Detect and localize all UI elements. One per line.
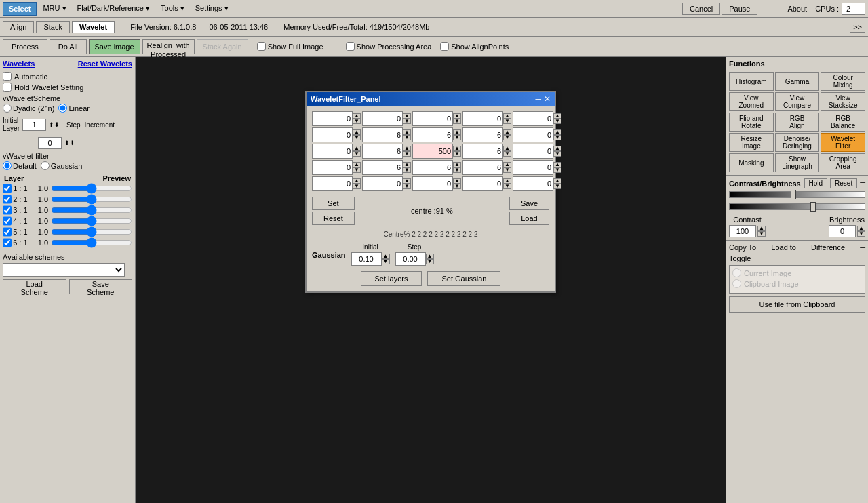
func-btn-show-linegraph[interactable]: Show Linegraph bbox=[775, 153, 820, 172]
cell-down-4-3[interactable]: ▼ bbox=[503, 184, 511, 189]
layer-3-check[interactable] bbox=[3, 205, 12, 215]
cell-down-4-2[interactable]: ▼ bbox=[453, 184, 461, 189]
cell-down-1-3[interactable]: ▼ bbox=[503, 135, 511, 140]
layer-4-slider[interactable] bbox=[51, 216, 132, 226]
filter-input-2-4[interactable] bbox=[513, 144, 553, 159]
filter-input-3-3[interactable] bbox=[462, 160, 503, 175]
show-align-points-check[interactable]: Show AlignPoints bbox=[440, 42, 509, 51]
step-down-arrow[interactable]: ▼ bbox=[426, 259, 434, 264]
cpus-input[interactable] bbox=[842, 3, 865, 15]
cancel-button[interactable]: Cancel bbox=[682, 3, 720, 15]
cell-down-0-0[interactable]: ▼ bbox=[353, 119, 361, 124]
linear-option[interactable]: Linear bbox=[58, 104, 90, 113]
cell-down-3-1[interactable]: ▼ bbox=[403, 167, 411, 173]
layer-6-check[interactable] bbox=[3, 238, 12, 247]
save-button[interactable]: Save bbox=[509, 197, 549, 210]
modal-close-button[interactable]: ✕ bbox=[544, 94, 551, 104]
set-layers-button[interactable]: Set layers bbox=[361, 271, 422, 286]
func-btn-resize-image[interactable]: Resize Image bbox=[729, 133, 774, 152]
step-input[interactable] bbox=[38, 137, 62, 149]
show-processing-area-check[interactable]: Show Processing Area bbox=[346, 42, 432, 51]
tools-menu[interactable]: Tools ▾ bbox=[156, 2, 189, 16]
cell-down-0-1[interactable]: ▼ bbox=[403, 119, 411, 124]
filter-input-2-0[interactable] bbox=[312, 144, 353, 159]
realign-button[interactable]: Realign_withProcessed bbox=[142, 39, 195, 54]
brightness-input[interactable] bbox=[829, 225, 856, 237]
about-button[interactable]: About bbox=[781, 3, 814, 14]
cell-down-2-0[interactable]: ▼ bbox=[353, 151, 361, 157]
func-btn-denoise--deringing[interactable]: Denoise/ Deringing bbox=[775, 133, 820, 152]
layer-1-check[interactable] bbox=[3, 184, 12, 193]
cell-down-4-1[interactable]: ▼ bbox=[403, 184, 411, 189]
cell-down-3-2[interactable]: ▼ bbox=[453, 167, 461, 173]
select-button[interactable]: Select bbox=[3, 2, 37, 16]
load-scheme-button[interactable]: LoadScheme bbox=[3, 279, 66, 294]
func-btn-wavelet-filter[interactable]: Wavelet Filter bbox=[821, 133, 865, 152]
set-gaussian-button[interactable]: Set Gaussian bbox=[427, 271, 500, 286]
contrast-down-arrow[interactable]: ▼ bbox=[757, 231, 766, 237]
cell-down-1-0[interactable]: ▼ bbox=[353, 135, 361, 140]
contrast-collapse[interactable]: ─ bbox=[860, 178, 865, 188]
contrast-reset-button[interactable]: Reset bbox=[830, 178, 857, 188]
dyadic-option[interactable]: Dyadic (2^n) bbox=[3, 104, 54, 113]
func-btn-flip-and-rotate[interactable]: Flip and Rotate bbox=[729, 113, 774, 132]
filter-input-1-4[interactable] bbox=[513, 127, 553, 142]
cell-down-4-4[interactable]: ▼ bbox=[553, 184, 561, 189]
filter-input-4-0[interactable] bbox=[312, 176, 353, 191]
filter-input-1-0[interactable] bbox=[312, 127, 353, 142]
automatic-check[interactable] bbox=[3, 72, 12, 81]
cell-down-3-3[interactable]: ▼ bbox=[503, 167, 511, 173]
load-button[interactable]: Load bbox=[509, 212, 549, 225]
cell-down-2-4[interactable]: ▼ bbox=[553, 151, 561, 157]
contrast-input[interactable] bbox=[729, 225, 756, 237]
filter-input-2-3[interactable] bbox=[462, 144, 503, 159]
flatdark-menu[interactable]: Flat/Dark/Reference ▾ bbox=[73, 2, 155, 16]
filter-input-0-0[interactable] bbox=[312, 111, 353, 126]
cell-down-2-1[interactable]: ▼ bbox=[403, 151, 411, 157]
use-clipboard-button[interactable]: Use file from Clipboard bbox=[729, 296, 865, 313]
do-all-button[interactable]: Do All bbox=[50, 39, 87, 54]
layer-2-slider[interactable] bbox=[51, 195, 132, 204]
cell-down-2-3[interactable]: ▼ bbox=[503, 151, 511, 157]
stack-tab[interactable]: Stack bbox=[36, 21, 70, 33]
default-option[interactable]: Default bbox=[3, 161, 37, 170]
filter-input-2-2[interactable] bbox=[412, 144, 453, 159]
layer-3-slider[interactable] bbox=[51, 205, 132, 215]
cell-down-1-2[interactable]: ▼ bbox=[453, 135, 461, 140]
filter-input-0-2[interactable] bbox=[412, 111, 453, 126]
filter-input-1-3[interactable] bbox=[462, 127, 503, 142]
contrast-thumb[interactable] bbox=[791, 190, 796, 199]
mru-menu[interactable]: MRU ▾ bbox=[38, 2, 71, 16]
initial-layer-input[interactable] bbox=[22, 119, 46, 131]
func-btn-rgb-balance[interactable]: RGB Balance bbox=[821, 113, 865, 132]
filter-input-0-3[interactable] bbox=[462, 111, 503, 126]
cell-down-0-4[interactable]: ▼ bbox=[553, 119, 561, 124]
process-button[interactable]: Process bbox=[3, 39, 47, 54]
gaussian-initial-input[interactable] bbox=[351, 252, 382, 266]
reset-button[interactable]: Reset bbox=[312, 212, 355, 225]
filter-input-0-1[interactable] bbox=[362, 111, 403, 126]
cell-down-1-4[interactable]: ▼ bbox=[553, 135, 561, 140]
func-btn-colour-mixing[interactable]: Colour Mixing bbox=[821, 72, 865, 91]
filter-input-3-0[interactable] bbox=[312, 160, 353, 175]
show-full-image-check[interactable]: Show Full Image bbox=[257, 42, 323, 51]
wavelet-tab[interactable]: Wavelet bbox=[72, 21, 115, 33]
layer-5-slider[interactable] bbox=[51, 227, 132, 237]
func-btn-view-compare[interactable]: View Compare bbox=[775, 92, 820, 111]
cell-down-1-1[interactable]: ▼ bbox=[403, 135, 411, 140]
layer-6-slider[interactable] bbox=[51, 238, 132, 247]
hold-wavelet-check[interactable] bbox=[3, 83, 12, 92]
gaussian-step-input[interactable] bbox=[395, 252, 426, 266]
cell-down-0-2[interactable]: ▼ bbox=[453, 119, 461, 124]
func-btn-cropping-area[interactable]: Cropping Area bbox=[821, 153, 865, 172]
pause-button[interactable]: Pause bbox=[722, 3, 757, 15]
modal-minimize[interactable]: ─ bbox=[535, 94, 541, 104]
cell-down-3-4[interactable]: ▼ bbox=[553, 167, 561, 173]
func-btn-view-stacksize[interactable]: View Stacksize bbox=[821, 92, 865, 111]
layer-5-check[interactable] bbox=[3, 227, 12, 237]
filter-input-1-2[interactable] bbox=[412, 127, 453, 142]
filter-input-3-2[interactable] bbox=[412, 160, 453, 175]
save-image-button[interactable]: Save image bbox=[89, 39, 140, 54]
func-btn-histogram[interactable]: Histogram bbox=[729, 72, 774, 91]
set-button[interactable]: Set bbox=[312, 197, 355, 210]
